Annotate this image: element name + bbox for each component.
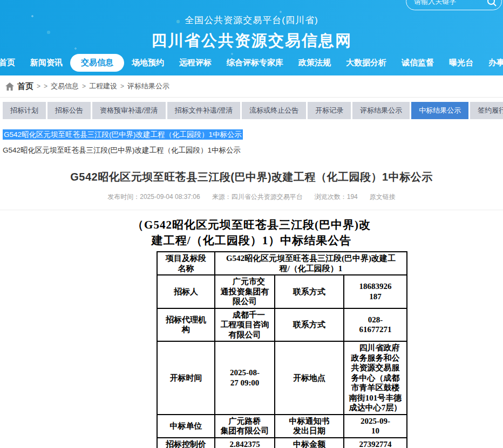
- table-cell: 联系方式: [275, 275, 344, 308]
- divider: [0, 210, 503, 210]
- table-row: 招标控制价 （元）2.842375 8E7中标金额 （元）27392774 .5…: [157, 438, 407, 448]
- table-cell: 中标通知书 发出日期: [275, 415, 344, 438]
- breadcrumb-separator: >: [82, 82, 86, 90]
- nav-item[interactable]: 首页: [0, 54, 23, 72]
- table-row: 招标人 广元市交 通投资集团有 限公司联系方式18683926 187: [157, 275, 407, 308]
- announcement-list: G542昭化区元坝至旺苍县三江段(巴中界)改建工程（化工园段）1中标公示 G54…: [3, 129, 500, 155]
- table-cell: 招标代理机 构: [157, 308, 215, 342]
- table-cell: 四川省政府 政务服务和公 共资源交易服 务中心（成都 市青羊区鼓楼 南街101号…: [344, 341, 407, 415]
- table-cell: 成都千一 工程项目咨询 有限公司: [215, 308, 275, 342]
- breadcrumb-separator: >: [44, 82, 47, 90]
- search-box[interactable]: [406, 0, 502, 10]
- origin-link[interactable]: 原文链接: [370, 192, 396, 202]
- table-cell: 2.842375 8E7: [215, 438, 275, 448]
- main-nav: 首页新闻资讯交易信息场地预约远程评标综合评标专家库政策法规大数据分析诚信监督曝光…: [0, 54, 503, 72]
- result-table: 项目及标段 名称G542昭化区元坝至旺苍县三江段(巴中界)改建工 程/（化工园段…: [157, 251, 407, 448]
- tab-item[interactable]: 招标计划: [3, 102, 46, 119]
- table-cell: 开标地点: [275, 341, 344, 415]
- announcement-document: （G542昭化区元坝至旺苍县三江段(巴中界)改 建工程/（化工园段）1）中标结果…: [0, 217, 503, 448]
- nav-item[interactable]: 综合评标专家库: [219, 54, 291, 72]
- table-cell: 中标金额 （元）: [275, 438, 344, 448]
- table-row: 开标时间2025-08- 27 09:00开标地点 四川省政府 政务服务和公 共…: [157, 341, 407, 415]
- document-title: （G542昭化区元坝至旺苍县三江段(巴中界)改 建工程/（化工园段）1）中标结果…: [0, 217, 503, 249]
- breadcrumb: 首页 >>交易信息>工程建设>评标结果公示: [0, 75, 503, 98]
- nav-item[interactable]: 政策法规: [291, 54, 338, 72]
- table-cell: 广元路桥 集团有限公司: [215, 415, 275, 438]
- meta-item: 发布时间：2025-09-04 08:37:06: [107, 192, 200, 202]
- nav-item[interactable]: 场地预约: [124, 54, 172, 72]
- nav-item[interactable]: 交易信息: [70, 54, 124, 72]
- tab-item[interactable]: 评标结果公示: [352, 102, 410, 119]
- table-cell: 27392774 .56元: [344, 438, 407, 448]
- table-cell: 开标时间: [157, 341, 215, 415]
- list-row: G542昭化区元坝至旺苍县三江段(巴中界)改建工程（化工园段）1中标公示: [3, 129, 500, 140]
- tab-item[interactable]: 开标记录: [308, 102, 351, 119]
- tab-active[interactable]: 中标结果公示: [411, 102, 468, 119]
- table-row: 中标单位广元路桥 集团有限公司中标通知书 发出日期2025-09- 10: [157, 415, 407, 438]
- nav-item[interactable]: 诚信监督: [394, 54, 441, 72]
- table-cell: 2025-09- 10: [344, 415, 407, 438]
- article-meta: 发布时间：2025-09-04 08:37:06来源：四川省公共资源交易平台浏览…: [0, 192, 503, 202]
- table-cell: 2025-08- 27 09:00: [215, 341, 275, 415]
- meta-item: 浏览次数：194: [315, 192, 358, 202]
- breadcrumb-item[interactable]: 工程建设: [89, 81, 117, 91]
- breadcrumb-separator: >: [37, 82, 40, 90]
- nav-item[interactable]: 大数据分析: [338, 54, 394, 72]
- category-tabs: 招标计划招标公告资格预审补遗/澄清招标文件补遗/澄清流标或终止公告开标记录评标结…: [3, 102, 500, 119]
- tab-item[interactable]: 流标或终止公告: [242, 102, 306, 119]
- home-icon[interactable]: [5, 82, 14, 91]
- search-icon[interactable]: [486, 0, 497, 7]
- site-title: 四川省公共资源交易信息网: [0, 30, 503, 52]
- tab-item[interactable]: 招标公告: [47, 102, 91, 119]
- table-cell: 招标人: [157, 275, 215, 308]
- breadcrumb-home[interactable]: 首页: [17, 81, 33, 92]
- table-cell: 广元市交 通投资集团有 限公司: [215, 275, 275, 308]
- nav-item[interactable]: 曝光台: [441, 54, 481, 72]
- table-cell: 联系方式: [275, 308, 344, 342]
- selected-list-item-link[interactable]: G542昭化区元坝至旺苍县三江段(巴中界)改建工程（化工园段）1中标公示: [3, 129, 243, 140]
- table-row: 招标代理机 构 成都千一 工程项目咨询 有限公司联系方式028- 6167727…: [157, 308, 407, 342]
- breadcrumb-items: >交易信息>工程建设>评标结果公示: [44, 81, 169, 91]
- table-cell: 18683926 187: [344, 275, 407, 308]
- breadcrumb-separator: >: [120, 82, 124, 90]
- table-cell: 项目及标段 名称: [157, 252, 215, 275]
- table-cell: 028- 61677271: [344, 308, 407, 342]
- table-row: 项目及标段 名称G542昭化区元坝至旺苍县三江段(巴中界)改建工 程/（化工园段…: [157, 252, 407, 275]
- page-title: G542昭化区元坝至旺苍县三江段(巴中界)改建工程（化工园段）1中标公示: [0, 170, 503, 184]
- breadcrumb-item[interactable]: 评标结果公示: [127, 81, 169, 91]
- nav-item[interactable]: 新闻资讯: [23, 54, 70, 72]
- tab-item[interactable]: 签约履行: [470, 102, 503, 119]
- table-cell: G542昭化区元坝至旺苍县三江段(巴中界)改建工 程/（化工园段）1: [215, 252, 407, 275]
- list-item-link[interactable]: G542昭化区元坝至旺苍县三江段(巴中界)改建工程（化工园段）1中标公示: [3, 146, 500, 155]
- breadcrumb-item[interactable]: 交易信息: [51, 81, 79, 91]
- table-cell: 招标控制价 （元）: [157, 438, 215, 448]
- site-header: 全国公共资源交易平台(四川省) 四川省公共资源交易信息网 首页新闻资讯交易信息场…: [0, 0, 503, 75]
- meta-item: 来源：四川省公共资源交易平台: [212, 192, 303, 202]
- table-cell: 中标单位: [157, 415, 215, 438]
- tab-item[interactable]: 招标文件补遗/澄清: [167, 102, 241, 119]
- nav-item[interactable]: 办事: [481, 54, 503, 72]
- search-input[interactable]: [414, 0, 486, 5]
- tab-item[interactable]: 资格预审补遗/澄清: [92, 102, 166, 119]
- nav-item[interactable]: 远程评标: [172, 54, 219, 72]
